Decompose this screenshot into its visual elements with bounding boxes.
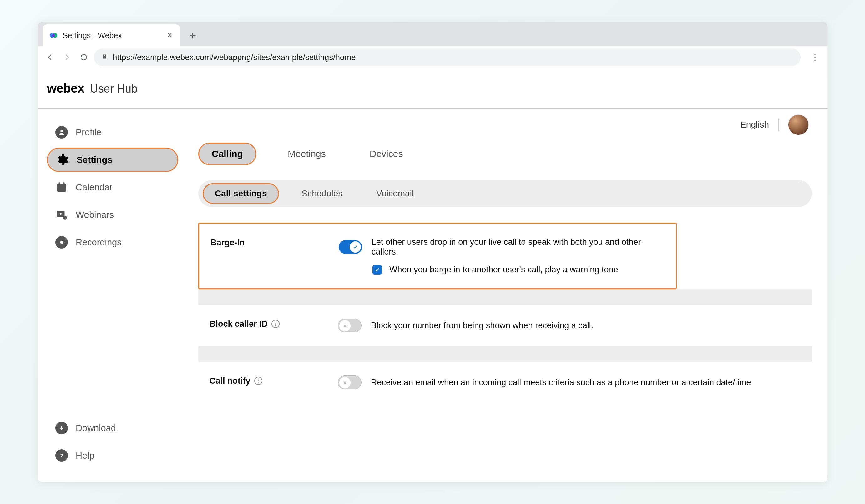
barge-in-title-text: Barge-In <box>210 238 245 248</box>
browser-window: Settings - Webex ✕ ＋ https://example.web… <box>37 22 828 482</box>
content-area: English Calling Meetings Devices Ca <box>185 109 828 482</box>
card-gap <box>198 289 812 305</box>
browser-tab-title: Settings - Webex <box>62 31 161 40</box>
tab-label: Calling <box>212 149 243 159</box>
svg-point-2 <box>52 34 55 37</box>
setting-title: Block caller ID i <box>209 319 332 332</box>
svg-rect-7 <box>59 182 60 185</box>
divider <box>778 118 779 131</box>
setting-barge-in: Barge-In Let other users drop in on your… <box>198 223 677 289</box>
address-bar[interactable]: https://example.webex.com/webappng/sites… <box>94 48 800 66</box>
barge-in-toggle[interactable] <box>339 240 362 254</box>
subtab-label: Voicemail <box>376 189 414 198</box>
block-caller-id-title-text: Block caller ID <box>209 319 268 329</box>
svg-text:?: ? <box>60 453 63 458</box>
back-button[interactable] <box>43 50 57 64</box>
sidebar-item-label: Download <box>76 423 116 433</box>
gear-icon <box>56 153 69 166</box>
call-notify-description: Receive an email when an incoming call m… <box>371 378 751 387</box>
close-tab-icon[interactable]: ✕ <box>165 31 174 40</box>
forward-button[interactable] <box>60 50 74 64</box>
record-icon <box>55 236 68 249</box>
sidebar-item-recordings[interactable]: Recordings <box>47 230 178 255</box>
tab-label: Meetings <box>288 149 326 159</box>
barge-in-checkbox-label: When you barge in to another user's call… <box>389 265 618 274</box>
call-notify-toggle[interactable] <box>338 375 361 389</box>
sidebar-item-label: Profile <box>76 127 101 138</box>
sidebar-item-download[interactable]: Download <box>47 416 178 440</box>
browser-toolbar: https://example.webex.com/webappng/sites… <box>37 46 828 68</box>
avatar[interactable] <box>788 115 809 135</box>
sidebar-item-calendar[interactable]: Calendar <box>47 175 178 199</box>
sidebar-item-webinars[interactable]: Webinars <box>47 203 178 227</box>
browser-menu-button[interactable]: ⋮ <box>808 50 822 64</box>
subtab-call-settings[interactable]: Call settings <box>203 183 279 204</box>
sidebar: Profile Settings Calendar <box>37 109 185 482</box>
sidebar-item-label: Settings <box>77 155 112 165</box>
setting-block-caller-id: Block caller ID i Block your number from… <box>198 305 812 346</box>
sidebar-item-profile[interactable]: Profile <box>47 120 178 144</box>
setting-title: Call notify i <box>209 375 332 389</box>
sidebar-item-label: Webinars <box>76 210 114 220</box>
block-caller-id-description: Block your number from being shown when … <box>371 321 593 330</box>
person-icon <box>55 126 68 139</box>
setting-title: Barge-In <box>210 237 332 274</box>
svg-point-12 <box>60 241 63 244</box>
new-tab-button[interactable]: ＋ <box>184 26 201 44</box>
svg-rect-6 <box>57 184 66 186</box>
app-body: Profile Settings Calendar <box>37 109 828 482</box>
sidebar-item-label: Help <box>76 450 94 461</box>
subtab-label: Schedules <box>301 189 343 198</box>
sidebar-item-label: Calendar <box>76 182 113 192</box>
download-icon <box>55 421 68 435</box>
language-selector[interactable]: English <box>740 120 769 130</box>
svg-point-4 <box>60 130 62 132</box>
secondary-tabs: Call settings Schedules Voicemail <box>198 180 812 207</box>
calendar-icon <box>55 181 68 194</box>
url-text: https://example.webex.com/webappng/sites… <box>113 52 356 62</box>
subtab-label: Call settings <box>215 189 267 198</box>
brand-subtitle: User Hub <box>90 82 138 95</box>
help-icon: ? <box>55 449 68 462</box>
info-icon[interactable]: i <box>254 377 262 385</box>
call-notify-title-text: Call notify <box>209 376 251 386</box>
tab-calling[interactable]: Calling <box>198 143 256 165</box>
subtab-voicemail[interactable]: Voicemail <box>365 184 425 203</box>
browser-tab-bar: Settings - Webex ✕ ＋ <box>37 22 828 46</box>
tab-meetings[interactable]: Meetings <box>275 143 338 164</box>
svg-point-10 <box>63 216 67 220</box>
sidebar-item-settings[interactable]: Settings <box>47 148 178 172</box>
barge-in-description: Let other users drop in on your live cal… <box>371 237 665 257</box>
brand-logo: webex <box>47 81 84 95</box>
subtab-schedules[interactable]: Schedules <box>290 184 354 203</box>
lock-icon <box>101 53 107 61</box>
sidebar-item-help[interactable]: ? Help <box>47 443 178 468</box>
svg-point-11 <box>60 213 61 215</box>
tab-label: Devices <box>370 149 403 159</box>
brand: webex User Hub <box>47 81 138 95</box>
webinar-icon <box>55 208 68 221</box>
webex-favicon <box>49 31 58 40</box>
card-gap <box>198 346 812 362</box>
browser-tab[interactable]: Settings - Webex ✕ <box>43 24 180 46</box>
barge-in-warning-tone-checkbox[interactable] <box>372 265 382 274</box>
info-icon[interactable]: i <box>272 320 279 328</box>
svg-rect-8 <box>63 182 65 185</box>
setting-call-notify: Call notify i Receive an email when an i… <box>198 362 812 403</box>
sidebar-item-label: Recordings <box>76 237 122 248</box>
svg-rect-3 <box>103 56 106 58</box>
reload-button[interactable] <box>77 50 91 64</box>
primary-tabs: Calling Meetings Devices <box>198 143 812 165</box>
block-caller-id-toggle[interactable] <box>338 319 361 332</box>
app-header: webex User Hub <box>37 68 828 109</box>
tab-devices[interactable]: Devices <box>357 143 416 164</box>
header-right: English <box>740 115 809 135</box>
